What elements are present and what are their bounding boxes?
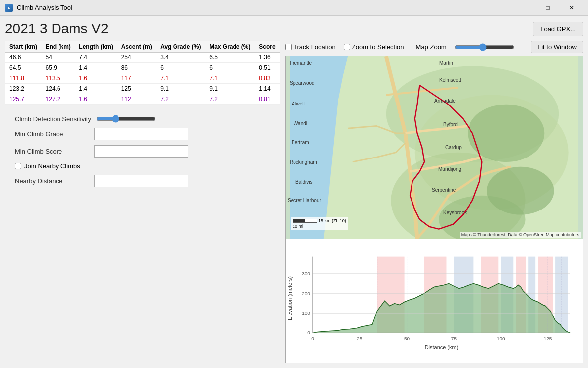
svg-text:100: 100 [302,310,310,315]
table-cell: 127.2 [42,94,75,105]
elevation-svg: 0 100 200 300 0 25 50 75 100 125 [286,239,583,363]
table-row[interactable]: 123.2124.61.41259.19.11.14 [5,84,280,94]
load-gpx-button[interactable]: Load GPX... [533,22,583,36]
col-score: Score [255,41,280,53]
svg-text:100: 100 [497,336,505,341]
svg-text:75: 75 [451,336,457,341]
join-nearby-label[interactable]: Join Nearby Climbs [24,162,80,170]
table-cell: 1.4 [75,84,117,94]
svg-rect-17 [555,257,568,333]
main-content: 2021 3 Dams V2 Load GPX... Start (km) En… [0,16,588,368]
table-cell: 7.2 [205,94,255,105]
map-attribution: Maps © Thunderforest, Data © OpenStreetM… [460,232,581,238]
table-cell: 65.9 [42,63,75,73]
min-score-row: Min Climb Score 0.25 [15,145,270,158]
scale-km: 15 km (ZL 10) [293,218,346,223]
min-grade-input[interactable]: 1 % [94,128,188,140]
table-cell: 0.81 [255,94,280,105]
table-cell: 254 [118,53,157,63]
track-location-control[interactable]: Track Location [285,43,336,51]
col-start: Start (km) [5,41,42,53]
table-row[interactable]: 111.8113.51.61177.17.10.83 [5,73,280,84]
maximize-button[interactable]: □ [536,0,559,15]
table-cell: 7.1 [205,73,255,84]
track-location-checkbox[interactable] [285,44,292,50]
svg-text:0: 0 [307,330,310,335]
min-score-label: Min Climb Score [15,148,89,155]
table-cell: 111.8 [5,73,42,84]
table-cell: 1.4 [75,63,117,73]
table-cell: 9.1 [156,84,205,94]
table-cell: 123.2 [5,84,42,94]
table-header-row: Start (km) End (km) Length (km) Ascent (… [5,41,280,53]
map-zoom-slider[interactable] [455,43,514,51]
title-bar-controls: — □ ✕ [513,0,583,15]
track-location-label: Track Location [294,43,336,51]
nearby-distance-row: Nearby Distance 1 km [15,175,270,187]
svg-text:300: 300 [302,271,310,276]
minimize-button[interactable]: — [513,0,535,15]
col-length: Length (km) [75,41,117,53]
app-title-bar: Climb Analysis Tool [17,4,72,11]
table-cell: 112 [118,94,157,105]
close-button[interactable]: ✕ [560,0,583,15]
table-cell: 64.5 [5,63,42,73]
table-cell: 86 [118,63,157,73]
sensitivity-slider-container [96,115,156,123]
table-row[interactable]: 125.7127.21.61127.27.20.81 [5,94,280,105]
climb-table-container: Start (km) End (km) Length (km) Ascent (… [5,41,280,105]
table-cell: 125.7 [5,94,42,105]
svg-text:Elevation (meters): Elevation (meters) [287,276,293,320]
table-cell: 46.6 [5,53,42,63]
table-cell: 1.36 [255,53,280,63]
header-row: 2021 3 Dams V2 Load GPX... [5,21,583,37]
table-cell: 54 [42,53,75,63]
svg-text:Distance (km): Distance (km) [425,344,459,350]
app-icon: ▲ [5,4,13,12]
col-max-grade: Max Grade (%) [205,41,255,53]
svg-text:25: 25 [357,336,363,341]
svg-text:50: 50 [404,336,410,341]
sensitivity-label: Climb Detection Sensitivity [15,115,91,123]
table-cell: 6.5 [205,53,255,63]
map-controls: Track Location Zoom to Selection Map Zoo… [285,41,583,56]
climb-table: Start (km) End (km) Length (km) Ascent (… [5,41,280,105]
zoom-to-selection-control[interactable]: Zoom to Selection [344,43,404,51]
table-cell: 124.6 [42,84,75,94]
table-cell: 9.1 [205,84,255,94]
table-cell: 0.83 [255,73,280,84]
table-cell: 113.5 [42,73,75,84]
table-cell: 7.4 [75,53,117,63]
table-row[interactable]: 64.565.91.486660.51 [5,63,280,73]
settings-panel: Climb Detection Sensitivity Min Climb Gr… [5,110,280,192]
scale-bar: 15 km (ZL 10) 10 mi [291,217,348,230]
min-score-input[interactable]: 0.25 [94,145,188,158]
table-cell: 125 [118,84,157,94]
table-cell: 1.14 [255,84,280,94]
col-ascent: Ascent (m) [118,41,157,53]
body-row: Start (km) End (km) Length (km) Ascent (… [5,41,583,363]
svg-text:0: 0 [311,336,314,341]
table-cell: 0.51 [255,63,280,73]
min-grade-label: Min Climb Grade [15,130,89,138]
title-bar: ▲ Climb Analysis Tool — □ ✕ [0,0,588,16]
nearby-distance-input[interactable]: 1 km [94,175,188,187]
table-cell: 7.2 [156,94,205,105]
zoom-to-selection-checkbox[interactable] [344,44,350,50]
right-panel: Track Location Zoom to Selection Map Zoo… [285,41,583,363]
table-cell: 7.1 [156,73,205,84]
join-nearby-row: Join Nearby Climbs [15,162,270,170]
table-row[interactable]: 46.6547.42543.46.51.36 [5,53,280,63]
map-zoom-label: Map Zoom [416,43,447,51]
fit-to-window-button[interactable]: Fit to Window [531,41,583,53]
col-avg-grade: Avg Grade (%) [156,41,205,53]
page-title: 2021 3 Dams V2 [5,21,109,37]
map-area[interactable]: Fremantle Spearwood Atwell Wandi Bertram… [285,56,583,239]
join-nearby-checkbox[interactable] [15,163,21,169]
table-cell: 1.6 [75,94,117,105]
sensitivity-slider[interactable] [96,115,156,123]
scale-mi: 10 mi [293,224,346,229]
map-svg [286,56,583,239]
table-cell: 117 [118,73,157,84]
title-bar-left: ▲ Climb Analysis Tool [5,4,72,12]
